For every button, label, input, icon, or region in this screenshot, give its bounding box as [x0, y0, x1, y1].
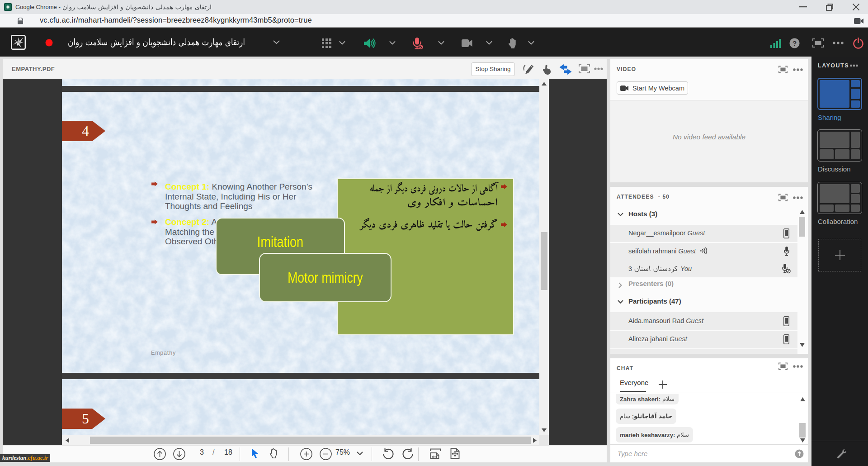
- svg-text:?: ?: [793, 39, 797, 47]
- svg-text:5: 5: [82, 411, 89, 427]
- svg-text:4: 4: [82, 123, 89, 139]
